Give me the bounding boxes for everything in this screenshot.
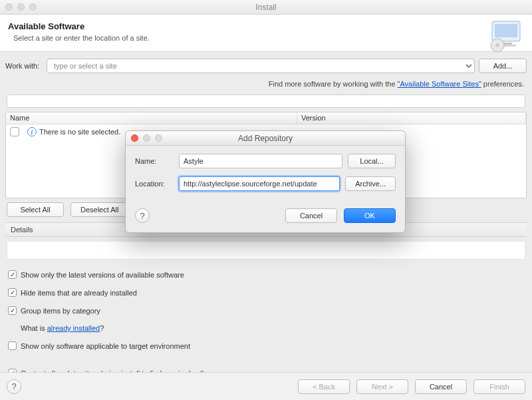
dialog-help-button[interactable]: ? xyxy=(135,208,150,223)
repo-location-label: Location: xyxy=(135,180,174,188)
already-installed-link[interactable]: already installed xyxy=(47,324,100,332)
workwith-combo[interactable]: type or select a site xyxy=(47,59,475,73)
wizard-header: Available Software Select a site or ente… xyxy=(0,15,532,52)
already-installed-hint: What is already installed? xyxy=(21,324,104,332)
svg-rect-1 xyxy=(495,24,517,37)
archive-button[interactable]: Archive... xyxy=(345,176,396,191)
check-target-env[interactable] xyxy=(8,341,17,350)
options-grid: ✓ Show only the latest versions of avail… xyxy=(5,266,527,377)
page-title: Available Software xyxy=(8,21,524,31)
dialog-title: Add Repository xyxy=(126,134,405,143)
sites-hint: Find more software by working with the "… xyxy=(5,77,527,95)
dialog-close-icon[interactable] xyxy=(131,134,138,142)
row-checkbox[interactable] xyxy=(10,127,19,136)
finish-button[interactable]: Finish xyxy=(473,379,525,394)
repo-location-input[interactable] xyxy=(179,176,340,191)
window-title: Install xyxy=(0,3,532,12)
available-sites-link[interactable]: "Available Software Sites" xyxy=(398,80,481,88)
repo-name-input[interactable] xyxy=(179,154,342,168)
window-traffic-lights xyxy=(5,3,37,11)
col-name[interactable]: Name xyxy=(6,112,297,124)
dialog-minimize-icon xyxy=(143,134,150,142)
dialog-cancel-button[interactable]: Cancel xyxy=(285,208,337,223)
add-site-button[interactable]: Add... xyxy=(479,59,527,73)
check-group-category[interactable]: ✓ xyxy=(8,306,17,315)
repo-name-label: Name: xyxy=(135,157,174,165)
check-target-env-label: Show only software applicable to target … xyxy=(21,342,190,350)
check-latest-versions[interactable]: ✓ xyxy=(8,270,17,279)
workwith-label: Work with: xyxy=(5,62,43,70)
check-latest-versions-label: Show only the latest versions of availab… xyxy=(21,271,184,279)
empty-message: There is no site selected. xyxy=(39,128,120,136)
page-subtitle: Select a site or enter the location of a… xyxy=(8,34,524,42)
deselect-all-button[interactable]: Deselect All xyxy=(70,202,128,217)
zoom-window-icon[interactable] xyxy=(29,3,37,11)
table-header: Name Version xyxy=(6,112,526,124)
local-button[interactable]: Local... xyxy=(348,154,396,168)
check-hide-installed[interactable]: ✓ xyxy=(8,288,17,297)
details-text xyxy=(7,241,525,260)
window-titlebar: Install xyxy=(0,0,532,15)
check-hide-installed-label: Hide items that are already installed xyxy=(21,289,137,297)
close-window-icon[interactable] xyxy=(5,3,13,11)
wizard-footer: ? < Back Next > Cancel Finish xyxy=(0,372,532,400)
check-group-category-label: Group items by category xyxy=(21,307,100,315)
select-all-button[interactable]: Select All xyxy=(7,202,64,217)
dialog-ok-button[interactable]: OK xyxy=(344,208,396,223)
svg-point-5 xyxy=(495,43,499,47)
filter-input[interactable] xyxy=(7,95,525,108)
cancel-button[interactable]: Cancel xyxy=(415,379,467,394)
dialog-zoom-icon xyxy=(155,134,162,142)
help-button[interactable]: ? xyxy=(7,379,21,394)
next-button[interactable]: Next > xyxy=(356,379,408,394)
add-repository-dialog: Add Repository Name: Local... Location: … xyxy=(125,130,406,233)
back-button[interactable]: < Back xyxy=(298,379,350,394)
install-banner-icon xyxy=(488,19,525,55)
col-version[interactable]: Version xyxy=(297,112,526,124)
minimize-window-icon[interactable] xyxy=(17,3,25,11)
info-icon: i xyxy=(27,127,37,136)
dialog-titlebar: Add Repository xyxy=(126,131,405,146)
